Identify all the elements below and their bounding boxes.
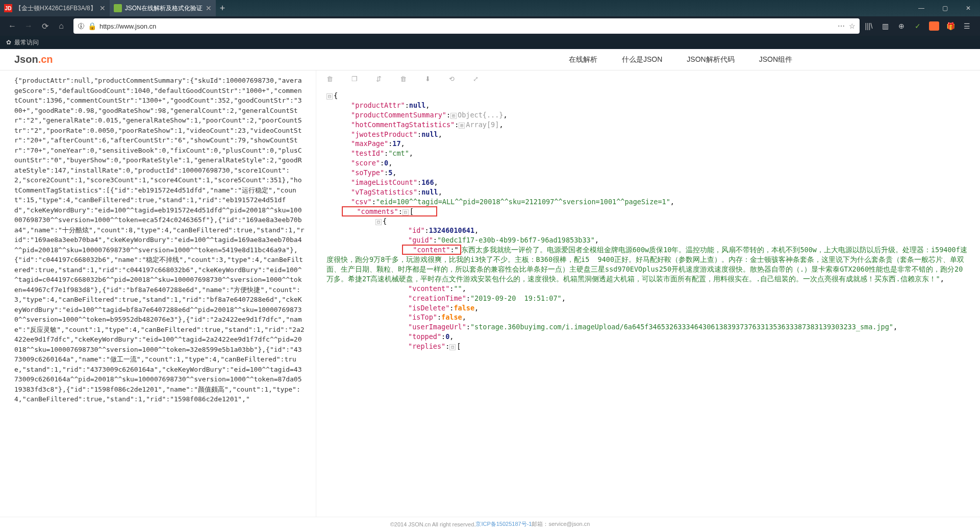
icp-link[interactable]: 京ICP备15025187号-1 [475, 520, 532, 528]
main-area: {"productAttr":null,"productCommentSumma… [0, 70, 980, 517]
nav-code[interactable]: JSON解析代码 [687, 55, 734, 64]
sidebar-icon[interactable]: ▥ [880, 22, 890, 30]
footer: ©2014 JSON.cn All right reserved. 京ICP备1… [0, 517, 980, 531]
toolbar-icons: |||\ ▥ ⊕ ✓ 🎁 ☰ [864, 21, 976, 31]
sync-icon[interactable]: ⊕ [896, 22, 907, 30]
logo[interactable]: Json.cn [14, 54, 53, 65]
forward-button[interactable]: → [20, 18, 37, 34]
sort-icon[interactable]: ⇵ [376, 75, 382, 83]
ext2-icon[interactable] [929, 21, 939, 31]
minimize-icon[interactable]: — [910, 0, 933, 16]
menu-icon[interactable]: ☰ [962, 22, 972, 30]
bookmark-label[interactable]: 最常访问 [14, 38, 39, 47]
expand-icon[interactable]: ⊞ [459, 123, 465, 129]
url-bar[interactable]: 🛈 🔒 https://www.json.cn ⋯ ☆ [73, 18, 860, 34]
star-icon[interactable]: ☆ [849, 22, 856, 30]
bookmarks-bar: ✿ 最常访问 [0, 36, 980, 49]
delete-icon[interactable]: 🗑 [326, 75, 333, 83]
json-tree[interactable]: ⊟{ "productAttr":null, "productCommentSu… [316, 87, 980, 355]
home-button[interactable]: ⌂ [53, 18, 69, 34]
gift-icon[interactable]: 🎁 [945, 22, 956, 30]
library-icon[interactable]: |||\ [864, 22, 874, 30]
highlight-comments: "comments":⊟[ [342, 206, 437, 216]
browser-chrome: JD 【金士顿HX426C16FB3A/8】 ✕ JSON在线解析及格式化验证 … [0, 0, 980, 49]
collapse-icon[interactable]: ⊟ [403, 209, 409, 215]
tab-jd[interactable]: JD 【金士顿HX426C16FB3A/8】 ✕ [0, 0, 110, 16]
close-icon[interactable]: ✕ [957, 0, 980, 16]
raw-json-text: {"productAttr":null,"productCommentSumma… [14, 77, 305, 403]
copy-icon[interactable]: ❐ [351, 75, 358, 83]
back-button[interactable]: ← [4, 18, 20, 34]
ext1-icon[interactable]: ✓ [913, 22, 923, 30]
new-tab-button[interactable]: + [220, 3, 225, 14]
collapse-icon[interactable]: ⊟ [326, 93, 333, 100]
highlight-content: "content":" [402, 245, 461, 255]
site-header: Json.cn 在线解析 什么是JSON JSON解析代码 JSON组件 [0, 49, 980, 70]
maximize-icon[interactable]: ▢ [933, 0, 957, 16]
page-content: Json.cn 在线解析 什么是JSON JSON解析代码 JSON组件 {"p… [0, 49, 980, 531]
gear-icon[interactable]: ✿ [6, 39, 11, 46]
parsed-json-output: 🗑 ❐ ⇵ 🗑 ⬇ ⟲ ⤢ ⊟{ "productAttr":null, "pr… [316, 70, 980, 517]
close-icon[interactable]: ✕ [99, 4, 106, 12]
expand-icon[interactable]: ⊞ [450, 113, 457, 119]
tab-label: 【金士顿HX426C16FB3A/8】 [15, 4, 96, 13]
window-controls: — ▢ ✕ [910, 0, 980, 16]
tabs-row: JD 【金士顿HX426C16FB3A/8】 ✕ JSON在线解析及格式化验证 … [0, 0, 980, 16]
url-text: https://www.json.cn [99, 22, 838, 30]
tab-label: JSON在线解析及格式化验证 [125, 4, 203, 13]
ellipsis-icon[interactable]: ⋯ [838, 22, 845, 30]
nav-what[interactable]: 什么是JSON [622, 55, 662, 64]
close-icon[interactable]: ✕ [206, 4, 212, 12]
lock-icon: 🔒 [88, 22, 96, 30]
json-icon [114, 4, 122, 12]
nav-component[interactable]: JSON组件 [759, 55, 792, 64]
raw-json-input[interactable]: {"productAttr":null,"productCommentSumma… [0, 70, 316, 517]
tab-json[interactable]: JSON在线解析及格式化验证 ✕ [110, 0, 216, 16]
refresh-icon[interactable]: ⟲ [449, 75, 455, 83]
reload-button[interactable]: ⟳ [37, 18, 53, 34]
nav-parse[interactable]: 在线解析 [569, 55, 597, 64]
shield-icon[interactable]: 🛈 [78, 22, 85, 30]
address-bar-row: ← → ⟳ ⌂ 🛈 🔒 https://www.json.cn ⋯ ☆ |||\… [0, 16, 980, 36]
download-icon[interactable]: ⬇ [425, 75, 431, 83]
trash-icon[interactable]: 🗑 [400, 75, 407, 83]
collapse-icon[interactable]: ⊟ [449, 344, 456, 350]
expand-icon[interactable]: ⤢ [473, 75, 479, 83]
nav-links: 在线解析 什么是JSON JSON解析代码 JSON组件 [569, 55, 792, 64]
collapse-icon[interactable]: ⊟ [375, 219, 382, 225]
jd-icon: JD [4, 4, 12, 12]
json-toolbar: 🗑 ❐ ⇵ 🗑 ⬇ ⟲ ⤢ [316, 70, 980, 87]
